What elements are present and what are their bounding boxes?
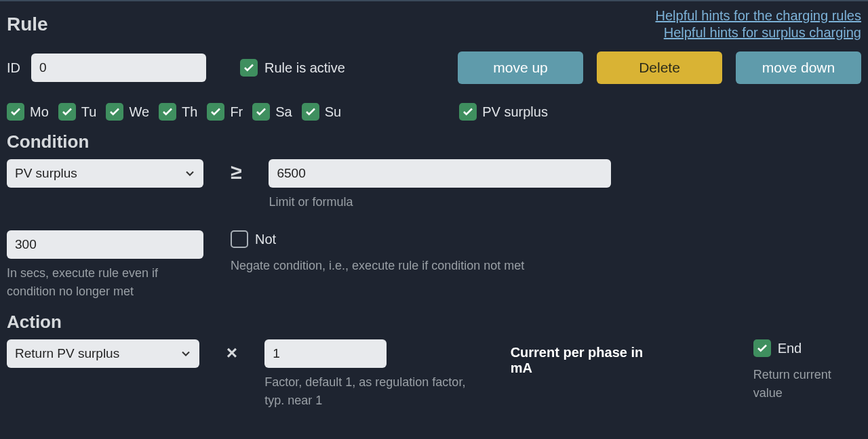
action-end-help: Return current value: [753, 366, 861, 402]
rule-active-label: Rule is active: [264, 60, 345, 76]
day-th-checkbox[interactable]: [159, 103, 176, 121]
move-up-button[interactable]: move up: [458, 51, 583, 84]
condition-not-label: Not: [255, 232, 276, 247]
day-su-checkbox[interactable]: [302, 103, 319, 121]
day-mo-label: Mo: [30, 104, 49, 120]
check-icon: [756, 342, 768, 354]
condition-select[interactable]: PV surplus: [7, 159, 203, 188]
chevron-down-icon: [183, 167, 197, 180]
action-factor-help: Factor, default 1, as regulation factor,…: [264, 373, 483, 410]
check-icon: [243, 62, 255, 74]
condition-limit-help: Limit or formula: [269, 193, 553, 211]
day-sa-checkbox[interactable]: [252, 103, 270, 121]
day-fr-label: Fr: [230, 104, 243, 120]
condition-select-value: PV surplus: [15, 166, 77, 181]
action-end-checkbox[interactable]: [753, 339, 771, 357]
move-down-button[interactable]: move down: [736, 51, 861, 84]
condition-not-help: Negate condition, i.e., execute rule if …: [231, 257, 524, 275]
day-we-checkbox[interactable]: [106, 103, 123, 121]
condition-heading: Condition: [7, 131, 861, 152]
pv-surplus-label: PV surplus: [482, 104, 548, 120]
rule-active-checkbox[interactable]: [240, 59, 258, 77]
condition-not-checkbox[interactable]: [231, 230, 248, 248]
condition-secs-input[interactable]: [7, 230, 203, 259]
action-factor-input[interactable]: [264, 339, 387, 368]
day-fr-checkbox[interactable]: [207, 103, 224, 121]
action-multiply-symbol: ×: [226, 342, 237, 364]
action-select[interactable]: Return PV surplus: [7, 339, 199, 368]
day-tu-checkbox[interactable]: [58, 103, 76, 121]
id-input[interactable]: [31, 54, 206, 82]
condition-limit-input[interactable]: [269, 159, 611, 188]
day-mo-checkbox[interactable]: [7, 103, 24, 121]
day-th-label: Th: [182, 104, 197, 120]
check-icon: [108, 106, 121, 118]
link-surplus-charging-hints[interactable]: Helpful hints for surplus charging: [656, 25, 862, 41]
check-icon: [61, 106, 73, 118]
link-charging-rules-hints[interactable]: Helpful hints for the charging rules: [656, 8, 862, 24]
check-icon: [255, 106, 267, 118]
chevron-down-icon: [179, 347, 193, 360]
check-icon: [9, 106, 22, 118]
action-heading: Action: [7, 312, 861, 333]
pv-surplus-checkbox[interactable]: [459, 103, 477, 121]
check-icon: [161, 106, 174, 118]
delete-button[interactable]: Delete: [597, 51, 722, 84]
condition-secs-help: In secs, execute rule even if condition …: [7, 264, 203, 301]
action-end-label: End: [778, 341, 802, 356]
day-su-label: Su: [325, 104, 341, 120]
day-sa-label: Sa: [275, 104, 292, 120]
action-select-value: Return PV surplus: [15, 346, 119, 361]
id-label: ID: [7, 60, 20, 76]
check-icon: [462, 106, 474, 118]
check-icon: [304, 106, 317, 118]
action-phase-label: Current per phase in mA: [511, 345, 665, 376]
condition-operator: ≥: [231, 161, 241, 184]
day-we-label: We: [129, 104, 149, 120]
day-tu-label: Tu: [81, 104, 97, 120]
check-icon: [210, 106, 222, 118]
